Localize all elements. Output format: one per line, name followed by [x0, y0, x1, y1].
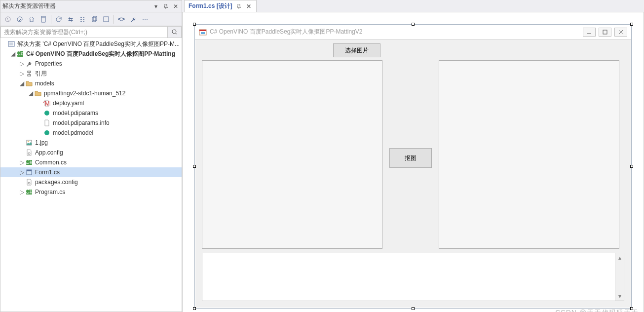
config-file-icon — [25, 178, 33, 186]
svg-rect-28 — [603, 30, 607, 34]
tree-label: Properties — [35, 60, 62, 67]
expander-icon[interactable]: ▷ — [18, 60, 25, 67]
svg-point-1 — [17, 17, 22, 22]
button-label: 抠图 — [405, 154, 417, 162]
form-titlebar[interactable]: C# OpenVINO 百度PaddleSeg实时人像抠图PP-MattingV… — [195, 25, 631, 39]
tab-form1-design[interactable]: Form1.cs [设计] ✕ — [184, 0, 257, 12]
back-icon[interactable] — [2, 14, 13, 25]
resize-handle[interactable] — [193, 307, 196, 310]
forward-icon[interactable] — [14, 14, 25, 25]
file-form1-cs[interactable]: ▷ Form1.cs — [0, 167, 182, 177]
code-icon[interactable]: <> — [116, 14, 127, 25]
wrench-icon[interactable] — [128, 14, 139, 25]
svg-text:C#: C# — [26, 189, 33, 195]
panel-header-buttons: ▾ ✕ — [152, 2, 180, 10]
file-1jpg[interactable]: 1.jpg — [0, 138, 182, 148]
separator — [114, 15, 114, 24]
designer-surface[interactable]: C# OpenVINO 百度PaddleSeg实时人像抠图PP-MattingV… — [182, 12, 644, 312]
resize-handle[interactable] — [412, 307, 415, 310]
file-model-pdiparams[interactable]: model.pdiparams — [0, 108, 182, 118]
tab-bar: Form1.cs [设计] ✕ — [182, 0, 644, 12]
editor-panel: Form1.cs [设计] ✕ C# OpenVINO 百度PaddleSeg实… — [182, 0, 644, 312]
file-packages-config[interactable]: packages.config — [0, 177, 182, 187]
window-buttons — [583, 28, 627, 37]
resize-handle[interactable] — [630, 307, 633, 310]
expander-icon[interactable]: ▷ — [18, 159, 25, 166]
spacer — [18, 139, 25, 146]
collapse-icon[interactable]: ⇆ — [65, 14, 76, 25]
search-input[interactable] — [1, 27, 167, 38]
binary-file-icon — [43, 109, 51, 117]
watermark: CSDN @天天代码码天天 — [555, 309, 639, 312]
tree-label: Form1.cs — [35, 169, 60, 176]
file-icon — [43, 119, 51, 127]
expander-icon[interactable]: ▷ — [18, 169, 25, 176]
solution-tree[interactable]: 解决方案 'C# OpenVINO 百度PaddleSeg实时人像抠图PP-M.… — [0, 38, 182, 312]
expander-icon[interactable]: ▷ — [18, 70, 25, 77]
resize-handle[interactable] — [630, 23, 633, 26]
minimize-icon[interactable] — [583, 28, 596, 37]
file-app-config[interactable]: App.config — [0, 148, 182, 157]
tree-label: 引用 — [35, 70, 47, 78]
more-icon[interactable]: ⋯ — [140, 14, 151, 25]
resize-handle[interactable] — [193, 165, 196, 168]
show-all-icon[interactable] — [77, 14, 88, 25]
search-dropdown-icon[interactable] — [167, 27, 181, 38]
svg-rect-11 — [28, 75, 31, 76]
properties-node[interactable]: ▷ Properties — [0, 59, 182, 69]
close-icon[interactable]: ✕ — [172, 2, 180, 10]
dropdown-icon[interactable]: ▾ — [152, 2, 160, 10]
expander-icon[interactable]: ▷ — [18, 189, 25, 195]
sync-icon[interactable] — [38, 14, 49, 25]
expander-open-icon[interactable]: ◢ — [27, 90, 34, 97]
svg-point-16 — [28, 141, 29, 142]
form-body[interactable]: 选择图片 抠图 ▴ ▾ — [195, 39, 631, 308]
file-deploy-yaml[interactable]: YML deploy.yaml — [0, 98, 182, 108]
refresh-icon[interactable] — [53, 14, 64, 25]
preview-icon[interactable] — [101, 14, 112, 25]
spacer — [18, 179, 25, 186]
svg-point-13 — [44, 111, 49, 116]
tab-label: Form1.cs [设计] — [189, 2, 232, 10]
separator — [51, 15, 51, 24]
scroll-up-icon[interactable]: ▴ — [615, 253, 624, 262]
scrollbar[interactable]: ▴ ▾ — [615, 253, 624, 301]
image-box-left[interactable] — [202, 60, 382, 249]
image-box-right[interactable] — [439, 60, 619, 249]
close-icon[interactable]: ✕ — [245, 3, 252, 10]
file-program-cs[interactable]: ▷ C# Program.cs — [0, 187, 182, 197]
models-folder-node[interactable]: ◢ models — [0, 78, 182, 88]
copy-icon[interactable] — [89, 14, 100, 25]
resize-handle[interactable] — [193, 23, 196, 26]
form-window[interactable]: C# OpenVINO 百度PaddleSeg实时人像抠图PP-MattingV… — [194, 24, 632, 309]
spacer — [36, 119, 43, 126]
pin-icon[interactable] — [162, 2, 170, 10]
expander-open-icon[interactable]: ◢ — [9, 50, 16, 57]
expander-icon[interactable] — [0, 40, 7, 47]
svg-rect-2 — [92, 17, 96, 22]
matting-button[interactable]: 抠图 — [389, 148, 432, 168]
model-subfolder-node[interactable]: ◢ ppmattingv2-stdc1-human_512 — [0, 88, 182, 98]
tree-label: Common.cs — [35, 159, 67, 166]
solution-node[interactable]: 解决方案 'C# OpenVINO 百度PaddleSeg实时人像抠图PP-M.… — [0, 39, 182, 49]
svg-text:YML: YML — [43, 100, 50, 107]
solution-explorer-panel: 解决方案资源管理器 ▾ ✕ ⇆ <> ⋯ 解决 — [0, 0, 182, 312]
svg-point-14 — [44, 130, 49, 135]
references-node[interactable]: ▷ 引用 — [0, 69, 182, 78]
svg-text:C#: C# — [17, 50, 24, 57]
close-icon[interactable] — [614, 28, 627, 37]
select-image-button[interactable]: 选择图片 — [333, 43, 380, 57]
maximize-icon[interactable] — [599, 28, 611, 37]
file-common-cs[interactable]: ▷ C# Common.cs — [0, 157, 182, 167]
file-model-pdiparams-info[interactable]: model.pdiparams.info — [0, 118, 182, 128]
pin-icon[interactable] — [235, 3, 242, 10]
button-label: 选择图片 — [345, 46, 369, 55]
resize-handle[interactable] — [412, 23, 415, 26]
output-textbox[interactable]: ▴ ▾ — [202, 253, 624, 301]
home-icon[interactable] — [26, 14, 37, 25]
scroll-down-icon[interactable]: ▾ — [615, 292, 624, 301]
file-model-pdmodel[interactable]: model.pdmodel — [0, 128, 182, 138]
resize-handle[interactable] — [630, 165, 633, 168]
expander-open-icon[interactable]: ◢ — [18, 80, 25, 87]
project-node[interactable]: ◢ C# C# OpenVINO 百度PaddleSeg实时人像抠图PP-Mat… — [0, 49, 182, 59]
